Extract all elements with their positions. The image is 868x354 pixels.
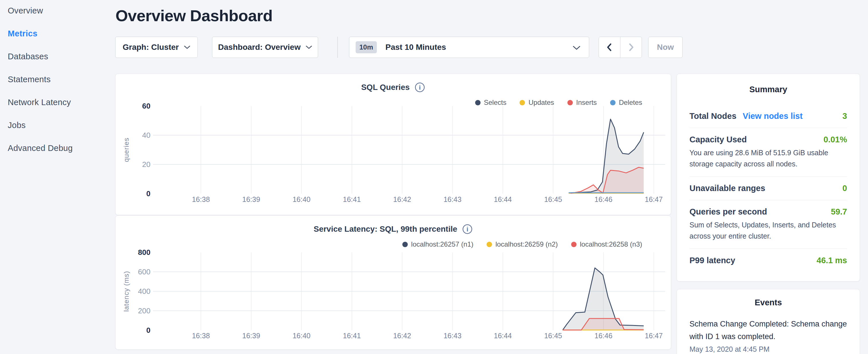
legend-dot	[487, 242, 492, 247]
summary-value: 46.1 ms	[817, 256, 847, 265]
sql-queries-chart[interactable]: 16:3816:3916:4016:4116:4216:4316:4416:45…	[116, 74, 672, 215]
legend-label: Inserts	[576, 99, 597, 106]
time-next-button[interactable]	[620, 37, 642, 58]
x-tick-label: 16:38	[192, 332, 210, 340]
x-tick-label: 16:44	[494, 195, 512, 203]
x-tick-label: 16:41	[343, 195, 361, 203]
info-icon[interactable]: i	[414, 82, 425, 93]
legend-dot	[567, 100, 573, 105]
summary-title: Summary	[689, 85, 847, 94]
legend-item-localhost-26258-n3[interactable]: localhost:26258 (n3)	[571, 240, 642, 248]
x-tick-label: 16:40	[292, 332, 311, 340]
legend-dot	[520, 100, 525, 105]
x-tick-label: 16:46	[595, 195, 613, 203]
chevron-down-icon	[184, 45, 190, 49]
graph-dropdown-label: Graph: Cluster	[123, 43, 179, 52]
svg-text:i: i	[419, 84, 421, 91]
y-tick-label: 40	[142, 131, 150, 139]
sidebar-item-network-latency[interactable]: Network Latency	[0, 91, 115, 114]
summary-row-total-nodes: Total NodesView nodes list3	[689, 104, 847, 128]
y-axis-label: latency (ms)	[122, 271, 130, 312]
summary-row-p99-latency: P99 latency46.1 ms	[689, 249, 847, 272]
summary-label: Unavailable ranges	[689, 184, 765, 193]
y-tick-label: 20	[142, 160, 150, 169]
sidebar-item-advanced-debug[interactable]: Advanced Debug	[0, 137, 115, 160]
sidebar-item-jobs[interactable]: Jobs	[0, 114, 115, 137]
events-list: Schema Change Completed: Schema change w…	[689, 318, 847, 353]
legend-label: Selects	[484, 99, 507, 106]
chart-title: Service Latency: SQL, 99th percentile	[313, 225, 457, 234]
x-tick-label: 16:38	[192, 195, 210, 203]
toolbar-divider	[337, 37, 338, 58]
legend-item-updates[interactable]: Updates	[520, 99, 554, 106]
chart-title: SQL Queries	[361, 83, 409, 92]
legend-item-selects[interactable]: Selects	[475, 99, 507, 106]
legend-dot	[475, 100, 480, 105]
time-range-badge: 10m	[355, 41, 377, 53]
legend-label: localhost:26257 (n1)	[411, 240, 473, 248]
legend-item-inserts[interactable]: Inserts	[567, 99, 597, 106]
now-button[interactable]: Now	[648, 37, 683, 58]
x-tick-label: 16:40	[292, 195, 311, 203]
y-tick-label: 0	[147, 326, 150, 334]
page-title: Overview Dashboard	[116, 6, 273, 25]
x-tick-label: 16:47	[645, 332, 663, 340]
event-timestamp: May 13, 2020 at 4:45 PM	[689, 345, 847, 353]
time-range-dropdown[interactable]: 10m Past 10 Minutes	[349, 37, 589, 58]
chart-header: Service Latency: SQL, 99th percentile i	[116, 224, 671, 234]
summary-description: Sum of Selects, Updates, Inserts, and De…	[689, 219, 847, 242]
chart-legend: SelectsUpdatesInsertsDeletes	[475, 99, 643, 106]
service-latency-chart[interactable]: 16:3816:3916:4016:4116:4216:4316:4416:45…	[116, 216, 672, 349]
chart-card-sql-queries: SQL Queries i SelectsUpdatesInsertsDelet…	[115, 74, 671, 215]
svg-text:i: i	[466, 226, 468, 233]
info-icon[interactable]: i	[462, 224, 473, 234]
y-tick-label: 600	[138, 267, 150, 276]
chevron-down-icon	[573, 46, 580, 50]
graph-type-dropdown[interactable]: Graph: Cluster	[115, 37, 198, 58]
time-window-arrows	[599, 37, 642, 58]
y-tick-label: 0	[147, 189, 150, 198]
event-item[interactable]: Schema Change Completed: Schema change w…	[689, 318, 847, 353]
legend-item-localhost-26257-n1[interactable]: localhost:26257 (n1)	[402, 240, 473, 248]
x-tick-label: 16:46	[595, 332, 613, 340]
x-tick-label: 16:42	[393, 195, 411, 203]
legend-dot	[571, 242, 577, 247]
legend-dot	[402, 242, 408, 247]
chevron-left-icon	[605, 42, 614, 53]
y-tick-label: 800	[138, 248, 150, 257]
sidebar-item-databases[interactable]: Databases	[0, 45, 115, 68]
legend-label: localhost:26259 (n2)	[495, 240, 558, 248]
x-tick-label: 16:41	[343, 332, 361, 340]
summary-row-unavailable-ranges: Unavailable ranges0	[689, 176, 847, 200]
summary-label: Total Nodes	[689, 111, 737, 121]
x-tick-label: 16:39	[242, 195, 260, 203]
view-nodes-link[interactable]: View nodes list	[743, 111, 803, 121]
summary-label: Queries per second	[689, 207, 767, 217]
chart-header: SQL Queries i	[116, 82, 671, 93]
x-tick-label: 16:42	[393, 332, 411, 340]
sidebar-item-metrics[interactable]: Metrics	[0, 22, 115, 45]
summary-rows: Total NodesView nodes list3Capacity Used…	[689, 104, 847, 272]
chevron-right-icon	[627, 42, 635, 53]
chart-card-service-latency: Service Latency: SQL, 99th percentile i …	[115, 215, 671, 350]
sidebar-item-overview[interactable]: Overview	[0, 0, 115, 22]
legend-label: localhost:26258 (n3)	[580, 240, 642, 248]
summary-panel: Summary Total NodesView nodes list3Capac…	[677, 74, 860, 282]
sidebar: OverviewMetricsDatabasesStatementsNetwor…	[0, 0, 115, 160]
x-tick-label: 16:45	[544, 195, 562, 203]
dashboard-dropdown[interactable]: Dashboard: Overview	[212, 37, 318, 58]
sidebar-item-statements[interactable]: Statements	[0, 68, 115, 91]
legend-item-localhost-26259-n2[interactable]: localhost:26259 (n2)	[487, 240, 558, 248]
x-tick-label: 16:47	[645, 195, 663, 203]
summary-value: 0	[842, 184, 847, 193]
summary-row-queries-per-second: Queries per second59.7Sum of Selects, Up…	[689, 200, 847, 249]
time-prev-button[interactable]	[599, 37, 620, 58]
legend-label: Deletes	[619, 99, 642, 106]
event-message: Schema Change Completed: Schema change w…	[689, 318, 847, 343]
time-range-label: Past 10 Minutes	[385, 43, 446, 52]
summary-value: 3	[842, 111, 847, 121]
summary-label: Capacity Used	[689, 135, 747, 144]
legend-item-deletes[interactable]: Deletes	[610, 99, 642, 106]
y-tick-label: 60	[142, 102, 150, 110]
legend-label: Updates	[528, 99, 554, 106]
